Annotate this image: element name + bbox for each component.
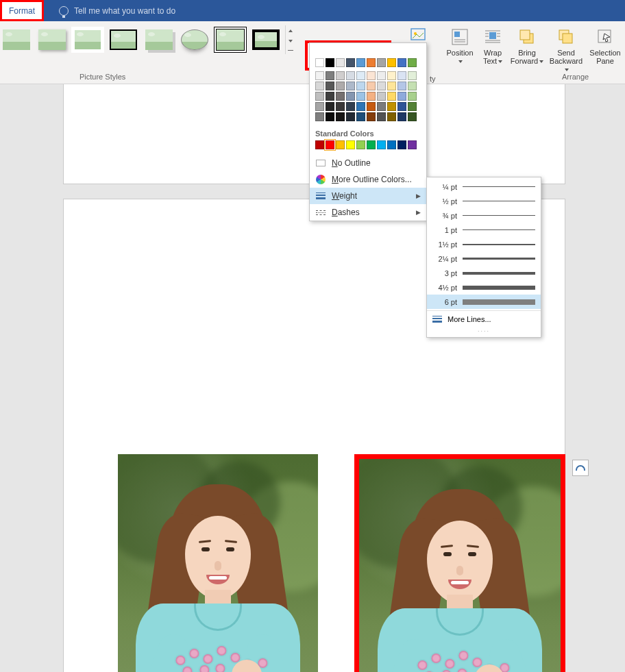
color-swatch[interactable]	[336, 58, 345, 67]
color-swatch[interactable]	[326, 71, 334, 80]
color-swatch[interactable]	[397, 82, 406, 90]
weight-option[interactable]: ½ pt	[427, 194, 541, 208]
color-swatch[interactable]	[387, 71, 396, 80]
color-swatch[interactable]	[377, 102, 386, 111]
color-swatch[interactable]	[408, 102, 417, 111]
color-swatch[interactable]	[336, 140, 345, 149]
color-swatch[interactable]	[326, 140, 334, 149]
tell-me-search[interactable]: Tell me what you want to do	[59, 6, 175, 16]
color-swatch[interactable]	[367, 102, 376, 111]
color-swatch[interactable]	[315, 112, 324, 121]
color-swatch[interactable]	[346, 140, 355, 149]
color-swatch[interactable]	[326, 58, 334, 67]
weight-option[interactable]: 1½ pt	[427, 237, 541, 251]
color-swatch[interactable]	[387, 112, 396, 121]
color-swatch[interactable]	[315, 102, 324, 111]
color-swatch[interactable]	[408, 140, 417, 149]
color-swatch[interactable]	[356, 102, 365, 111]
color-swatch[interactable]	[326, 102, 334, 111]
color-swatch[interactable]	[326, 112, 334, 121]
style-thumb-5[interactable]	[143, 25, 175, 54]
more-lines-item[interactable]: More Lines...	[427, 310, 541, 327]
color-swatch[interactable]	[387, 58, 396, 67]
more-outline-colors-item[interactable]: More Outline Colors...	[310, 171, 426, 188]
style-thumb-1[interactable]	[0, 25, 33, 54]
dashes-item[interactable]: Dashes ▶	[310, 204, 426, 221]
color-swatch[interactable]	[346, 112, 355, 121]
color-swatch[interactable]	[387, 82, 396, 90]
style-thumb-8[interactable]	[249, 25, 282, 54]
color-swatch[interactable]	[356, 112, 365, 121]
color-swatch[interactable]	[377, 82, 386, 90]
color-swatch[interactable]	[367, 82, 376, 90]
color-swatch[interactable]	[356, 71, 365, 80]
color-swatch[interactable]	[346, 92, 355, 101]
color-swatch[interactable]	[356, 92, 365, 101]
color-swatch[interactable]	[336, 92, 345, 101]
color-swatch[interactable]	[397, 140, 406, 149]
send-backward-button[interactable]: Send Backward	[547, 25, 585, 73]
position-button[interactable]: Position	[443, 25, 477, 65]
color-swatch[interactable]	[367, 71, 376, 80]
weight-option[interactable]: ¼ pt	[427, 179, 541, 194]
color-swatch[interactable]	[367, 58, 376, 67]
no-outline-item[interactable]: No Outline	[310, 155, 426, 171]
gallery-more-button[interactable]	[285, 25, 295, 54]
color-swatch[interactable]	[346, 82, 355, 90]
color-swatch[interactable]	[397, 71, 406, 80]
color-swatch[interactable]	[377, 92, 386, 101]
color-swatch[interactable]	[315, 92, 324, 101]
color-swatch[interactable]	[387, 92, 396, 101]
weight-option[interactable]: 6 pt	[427, 295, 541, 309]
color-swatch[interactable]	[367, 140, 376, 149]
color-swatch[interactable]	[397, 92, 406, 101]
color-swatch[interactable]	[336, 82, 345, 90]
color-swatch[interactable]	[346, 71, 355, 80]
color-swatch[interactable]	[408, 82, 417, 90]
style-thumb-2[interactable]	[36, 25, 69, 54]
color-swatch[interactable]	[367, 92, 376, 101]
color-swatch[interactable]	[377, 112, 386, 121]
color-swatch[interactable]	[397, 58, 406, 67]
weight-option[interactable]: 2¼ pt	[427, 251, 541, 266]
picture-left[interactable]	[118, 454, 318, 672]
color-swatch[interactable]	[408, 92, 417, 101]
style-thumb-6[interactable]	[178, 25, 211, 54]
color-swatch[interactable]	[387, 140, 396, 149]
color-swatch[interactable]	[356, 82, 365, 90]
color-swatch[interactable]	[377, 71, 386, 80]
color-swatch[interactable]	[387, 102, 396, 111]
color-swatch[interactable]	[356, 140, 365, 149]
bring-forward-button[interactable]: Bring Forward	[508, 25, 546, 65]
style-thumb-4[interactable]	[107, 25, 140, 54]
color-swatch[interactable]	[397, 112, 406, 121]
weight-item[interactable]: Weight ▶	[310, 188, 426, 204]
color-swatch[interactable]	[326, 92, 334, 101]
selection-pane-button[interactable]: Selection Pane	[587, 25, 623, 65]
color-swatch[interactable]	[346, 58, 355, 67]
color-swatch[interactable]	[408, 71, 417, 80]
color-swatch[interactable]	[336, 112, 345, 121]
color-swatch[interactable]	[315, 82, 324, 90]
weight-option[interactable]: ¾ pt	[427, 208, 541, 223]
style-thumb-3[interactable]	[71, 25, 104, 54]
weight-option[interactable]: 1 pt	[427, 223, 541, 237]
color-swatch[interactable]	[356, 58, 365, 67]
color-swatch[interactable]	[408, 58, 417, 67]
color-swatch[interactable]	[377, 58, 386, 67]
color-swatch[interactable]	[315, 71, 324, 80]
color-swatch[interactable]	[315, 58, 324, 67]
color-swatch[interactable]	[367, 112, 376, 121]
color-swatch[interactable]	[377, 140, 386, 149]
color-swatch[interactable]	[397, 102, 406, 111]
style-thumb-7[interactable]	[214, 25, 247, 54]
color-swatch[interactable]	[408, 112, 417, 121]
wrap-text-button[interactable]: Wrap Text	[478, 25, 507, 65]
weight-option[interactable]: 3 pt	[427, 266, 541, 280]
color-swatch[interactable]	[315, 140, 324, 149]
picture-right-selected[interactable]	[354, 454, 565, 672]
layout-options-button[interactable]	[572, 460, 589, 476]
color-swatch[interactable]	[336, 71, 345, 80]
color-swatch[interactable]	[336, 102, 345, 111]
color-swatch[interactable]	[346, 102, 355, 111]
